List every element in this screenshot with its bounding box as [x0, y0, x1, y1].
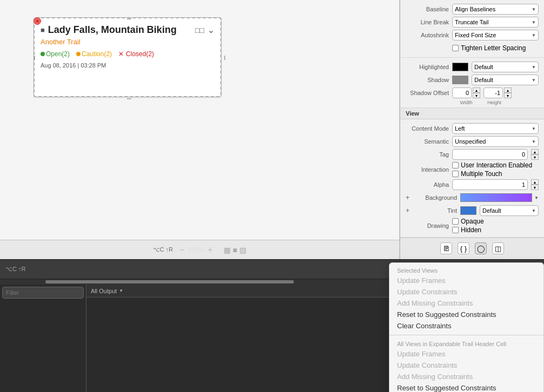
update-constraints-item[interactable]: Update Constraints: [389, 286, 543, 298]
scrollbar-thumb[interactable]: [45, 280, 294, 283]
shadow-width-value: 0: [466, 90, 469, 96]
left-edge-dots: •••: [32, 54, 37, 62]
shadow-height-down[interactable]: ▼: [504, 93, 512, 98]
shadow-height-stepper[interactable]: ▲ ▼: [504, 87, 512, 98]
card-close-button[interactable]: ✕: [33, 17, 41, 25]
view-section: Content Mode Left ▼ Semantic Unspecified…: [400, 119, 544, 238]
drawing-checkboxes: Opaque Hidden: [452, 218, 484, 234]
shadow-width-input[interactable]: 0: [452, 87, 472, 98]
tag-input[interactable]: 0: [452, 149, 528, 160]
baseline-value: Align Baselines: [455, 6, 495, 12]
user-interaction-box[interactable]: [452, 162, 459, 168]
inspector-code-icon[interactable]: { }: [458, 242, 469, 254]
opaque-checkbox[interactable]: Opaque: [452, 218, 484, 225]
tighten-row: Tighten Letter Spacing: [406, 42, 539, 54]
constraint-icon[interactable]: □□: [195, 26, 204, 35]
reset-suggested-item[interactable]: Reset to Suggested Constraints: [389, 309, 543, 320]
tag-stepper[interactable]: ▲ ▼: [531, 149, 539, 160]
alpha-stepper[interactable]: ▲ ▼: [531, 179, 539, 190]
shadow-arrow-icon: ▼: [532, 78, 536, 83]
background-plus-icon[interactable]: +: [406, 194, 409, 201]
tag-row: Tag 0 ▲ ▼: [406, 148, 539, 160]
baseline-select[interactable]: Align Baselines ▼: [452, 4, 539, 15]
closed-text: Closed(2): [126, 50, 154, 58]
hidden-checkbox[interactable]: Hidden: [452, 226, 484, 234]
add-missing-constraints-item[interactable]: Add Missing Constraints: [389, 298, 543, 309]
line-break-select[interactable]: Truncate Tail ▼: [452, 17, 539, 28]
background-row: + Background ▼: [406, 192, 539, 204]
zoom-plus-button[interactable]: +: [207, 245, 212, 255]
semantic-select[interactable]: Unspecified ▼: [452, 136, 539, 147]
list-icon[interactable]: ■: [233, 246, 237, 254]
grid-icon[interactable]: ▦: [224, 246, 231, 254]
right-edge-dots: •••: [223, 54, 227, 62]
trail-card: ■ Lady Falls, Mountain Biking □□ ⌄ Anoth…: [33, 17, 221, 97]
zoom-minus-button[interactable]: −: [179, 245, 184, 255]
highlighted-value: Default: [474, 64, 493, 70]
add-missing-constraints-item2[interactable]: Add Missing Constraints: [389, 371, 543, 382]
tag-down[interactable]: ▼: [531, 154, 539, 160]
tint-select[interactable]: Default ▼: [480, 205, 539, 216]
shadow-color-swatch[interactable]: [452, 76, 468, 84]
background-color-swatch[interactable]: [460, 193, 532, 202]
update-frames-item2[interactable]: Update Frames: [389, 348, 543, 360]
trail-date: Aug 08, 2016 | 03:28 PM: [41, 62, 214, 69]
shadow-width-down[interactable]: ▼: [473, 93, 480, 98]
closed-x-icon: ✕: [118, 50, 124, 58]
highlighted-select[interactable]: Default ▼: [472, 62, 539, 72]
highlighted-color-swatch[interactable]: [452, 63, 468, 71]
semantic-label: Semantic: [406, 138, 449, 145]
user-interaction-checkbox[interactable]: User Interaction Enabled: [452, 161, 532, 169]
content-mode-label: Content Mode: [406, 125, 449, 132]
detail-icon[interactable]: ▨: [239, 246, 246, 254]
line-break-arrow-icon: ▼: [532, 20, 536, 25]
left-filter-input[interactable]: [2, 287, 84, 299]
tint-color-swatch[interactable]: [460, 206, 476, 215]
baseline-section: Baseline Align Baselines ▼ Line Break Tr…: [400, 0, 544, 58]
content-mode-value: Left: [455, 125, 465, 132]
caution-text: Caution(2): [82, 50, 112, 58]
hidden-box[interactable]: [452, 227, 459, 233]
autoshrink-row: Autoshrink Fixed Font Size ▼: [406, 29, 539, 41]
autoshrink-select[interactable]: Fixed Font Size ▼: [452, 30, 539, 40]
clear-constraints-item[interactable]: Clear Constraints: [389, 320, 543, 332]
semantic-arrow-icon: ▼: [532, 139, 536, 144]
baseline-arrow-icon: ▼: [532, 7, 536, 12]
alpha-input[interactable]: 1: [452, 179, 528, 190]
alpha-up[interactable]: ▲: [531, 179, 539, 185]
tint-arrow-icon: ▼: [532, 208, 536, 213]
baseline-row: Baseline Align Baselines ▼: [406, 3, 539, 15]
alpha-label: Alpha: [406, 181, 449, 188]
tag-value: 0: [522, 151, 525, 158]
alpha-down[interactable]: ▼: [531, 185, 539, 190]
shadow-height-up[interactable]: ▲: [504, 87, 512, 93]
view-section-header: View: [400, 108, 544, 119]
update-frames-item[interactable]: Update Frames: [389, 275, 543, 286]
reset-suggested-item2[interactable]: Reset to Suggested Constraints: [389, 382, 543, 392]
inspector-file-icon[interactable]: 🖹: [440, 242, 452, 254]
opaque-box[interactable]: [452, 218, 459, 225]
output-label: All Output: [91, 288, 117, 294]
background-controls: ▼: [460, 193, 539, 202]
content-mode-select[interactable]: Left ▼: [452, 123, 539, 134]
shadow-height-input[interactable]: -1: [483, 87, 503, 98]
inspector-grid-icon[interactable]: ◫: [492, 242, 504, 254]
bottom-left-panel: [0, 285, 86, 392]
highlighted-row: Highlighted Default ▼: [406, 61, 539, 73]
tighten-checkbox-box[interactable]: [452, 45, 459, 51]
shadow-height-value: -1: [495, 90, 500, 96]
update-constraints-item2[interactable]: Update Constraints: [389, 360, 543, 371]
multiple-touch-checkbox[interactable]: Multiple Touch: [452, 170, 532, 178]
inspector-panel: Baseline Align Baselines ▼ Line Break Tr…: [400, 0, 544, 259]
tint-plus-icon[interactable]: +: [406, 207, 409, 214]
inspector-constraint-icon[interactable]: ◯: [475, 242, 487, 254]
tighten-checkbox[interactable]: Tighten Letter Spacing: [452, 44, 526, 52]
shadow-select[interactable]: Default ▼: [472, 75, 539, 85]
interaction-checkboxes: User Interaction Enabled Multiple Touch: [452, 161, 532, 178]
chevron-down-icon[interactable]: ⌄: [207, 25, 214, 35]
selected-views-section: Selected Views Update Frames Update Cons…: [389, 263, 543, 334]
tag-up[interactable]: ▲: [531, 149, 539, 154]
shadow-width-up[interactable]: ▲: [473, 87, 480, 93]
shadow-width-stepper[interactable]: ▲ ▼: [473, 87, 480, 98]
multiple-touch-box[interactable]: [452, 171, 459, 177]
